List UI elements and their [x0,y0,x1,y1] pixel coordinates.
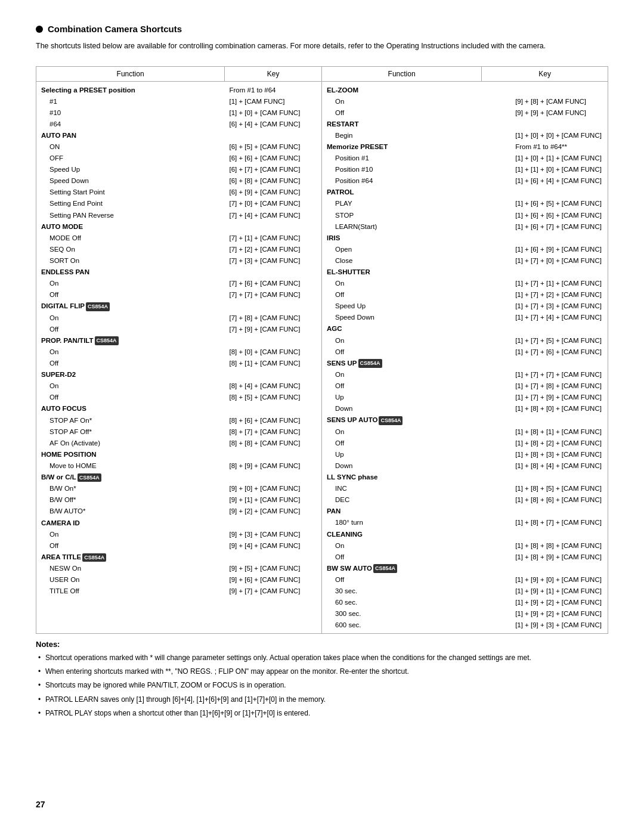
key-cell: [9] + [5] + [CAM FUNC] [224,563,321,574]
function-cell: AGC [322,324,510,334]
function-cell: #1 [36,96,224,106]
left-data-section: Selecting a PRESET positionFrom #1 to #6… [36,82,322,633]
function-cell: #10 [36,107,224,117]
key-cell: [1] + [8] + [7] + [CAM FUNC] [510,518,608,528]
function-cell: 600 sec. [322,620,510,630]
table-row: SUPER-D2 [36,369,321,380]
function-cell: On [322,370,510,380]
table-row: LL SYNC phase [322,472,608,483]
table-row: IRIS [322,232,608,243]
table-row: Off[1] + [7] + [8] + [CAM FUNC] [322,380,608,392]
table-row: Off[9] + [9] + [CAM FUNC] [322,107,608,118]
key-cell: [9] + [3] + [CAM FUNC] [224,529,321,539]
key-cell [224,335,321,345]
table-row: Off[9] + [4] + [CAM FUNC] [36,540,321,551]
key-cell: [1] + [8] + [0] + [CAM FUNC] [510,404,608,414]
function-cell: On [322,335,510,345]
key-cell: [1] + [9] + [2] + [CAM FUNC] [510,597,608,608]
table-row: 60 sec.[1] + [9] + [2] + [CAM FUNC] [322,597,608,608]
table-row: MODE Off[7] + [1] + [CAM FUNC] [36,232,321,243]
table-row: B/W On*[9] + [0] + [CAM FUNC] [36,483,321,494]
table-row: 30 sec.[1] + [9] + [1] + [CAM FUNC] [322,586,608,597]
table-row: OFF[6] + [6] + [CAM FUNC] [36,153,321,164]
function-cell: Down [322,460,510,470]
table-row: On[9] + [3] + [CAM FUNC] [36,528,321,540]
function-cell: Off [322,107,510,117]
function-cell: HOME POSITION [36,449,224,459]
function-cell: SENS UP AUTOCS854A [322,415,510,425]
table-row: Off[1] + [7] + [6] + [CAM FUNC] [322,346,608,357]
table-row: 300 sec.[1] + [9] + [2] + [CAM FUNC] [322,608,608,620]
table-row: 600 sec.[1] + [9] + [3] + [CAM FUNC] [322,620,608,631]
function-cell: 180° turn [322,518,510,528]
key-cell: [1] + [1] + [0] + [CAM FUNC] [510,165,608,175]
key-cell: [7] + [0] + [CAM FUNC] [224,199,321,209]
key-cell: [1] + [6] + [5] + [CAM FUNC] [510,199,608,209]
key-cell: [7] + [6] + [CAM FUNC] [224,278,321,289]
function-cell: On [36,347,224,357]
key-cell: [9] + [0] + [CAM FUNC] [224,484,321,494]
key-cell: [8] + [0] + [CAM FUNC] [224,347,321,357]
table-row: PAN [322,506,608,517]
key-cell [510,267,608,277]
table-row: On[1] + [7] + [7] + [CAM FUNC] [322,369,608,380]
function-cell: SENS UPCS854A [322,358,510,368]
function-cell: TITLE Off [36,586,224,596]
table-row: Setting Start Point[6] + [9] + [CAM FUNC… [36,187,321,198]
model-badge: CS854A [358,359,382,368]
table-row: On[1] + [7] + [5] + [CAM FUNC] [322,335,608,346]
function-cell: Off [36,540,224,550]
key-cell: [1] + [8] + [9] + [CAM FUNC] [510,552,608,562]
key-cell [224,518,321,528]
note-item: PATROL LEARN saves only [1] through [6]+… [36,694,608,705]
table-row: Open[1] + [6] + [9] + [CAM FUNC] [322,243,608,255]
function-cell: STOP [322,210,510,220]
key-cell [510,529,608,539]
table-row: AUTO MODE [36,221,321,232]
key-cell: [9] + [6] + [CAM FUNC] [224,575,321,585]
function-cell: EL-SHUTTER [322,267,510,277]
model-badge: CS854A [78,473,101,482]
function-cell: BW SW AUTOCS854A [322,563,510,573]
table-row: Move to HOME[8] + [9] + [CAM FUNC] [36,460,321,471]
table-row: Speed Down[6] + [8] + [CAM FUNC] [36,175,321,187]
function-cell: INC [322,484,510,494]
key-cell [510,472,608,482]
key-cell: [7] + [7] + [CAM FUNC] [224,290,321,300]
function-cell: Setting PAN Reverse [36,210,224,220]
table-row: #1[1] + [CAM FUNC] [36,95,321,107]
key-cell: [8] + [1] + [CAM FUNC] [224,358,321,368]
function-cell: USER On [36,575,224,585]
key-cell: [1] + [9] + [2] + [CAM FUNC] [510,609,608,619]
function-cell: 60 sec. [322,597,510,608]
table-row: Position #1[1] + [0] + [1] + [CAM FUNC] [322,153,608,164]
function-cell: Speed Down [322,312,510,323]
key-cell [224,130,321,140]
key-cell [224,301,321,311]
function-cell: Off [322,438,510,448]
table-row: Off[1] + [8] + [9] + [CAM FUNC] [322,551,608,562]
key-cell: [1] + [7] + [4] + [CAM FUNC] [510,312,608,323]
key-cell: [6] + [7] + [CAM FUNC] [224,165,321,175]
function-cell: ENDLESS PAN [36,267,224,277]
key-cell: [6] + [5] + [CAM FUNC] [224,141,321,151]
table-row: Up[1] + [7] + [9] + [CAM FUNC] [322,392,608,403]
function-cell: LL SYNC phase [322,472,510,482]
function-cell: STOP AF On* [36,415,224,425]
key-cell: [7] + [2] + [CAM FUNC] [224,244,321,254]
table-data: Selecting a PRESET positionFrom #1 to #6… [36,82,608,633]
function-cell: B/W or C/LCS854A [36,472,224,482]
table-row: On[7] + [8] + [CAM FUNC] [36,312,321,323]
table-row: INC[1] + [8] + [5] + [CAM FUNC] [322,483,608,494]
model-badge: CS854A [95,336,119,345]
note-item: Shortcut operations marked with * will c… [36,652,608,664]
note-item: When entering shortcuts marked with **, … [36,666,608,677]
key-cell: [1] + [8] + [3] + [CAM FUNC] [510,449,608,459]
function-cell: PAN [322,506,510,516]
table-row: Position #64[1] + [6] + [4] + [CAM FUNC] [322,175,608,187]
key-cell: [6] + [9] + [CAM FUNC] [224,187,321,197]
key-cell [510,358,608,368]
table-row: Speed Up[1] + [7] + [3] + [CAM FUNC] [322,301,608,312]
table-row: On[7] + [6] + [CAM FUNC] [36,278,321,289]
key-cell: [1] + [7] + [2] + [CAM FUNC] [510,290,608,300]
